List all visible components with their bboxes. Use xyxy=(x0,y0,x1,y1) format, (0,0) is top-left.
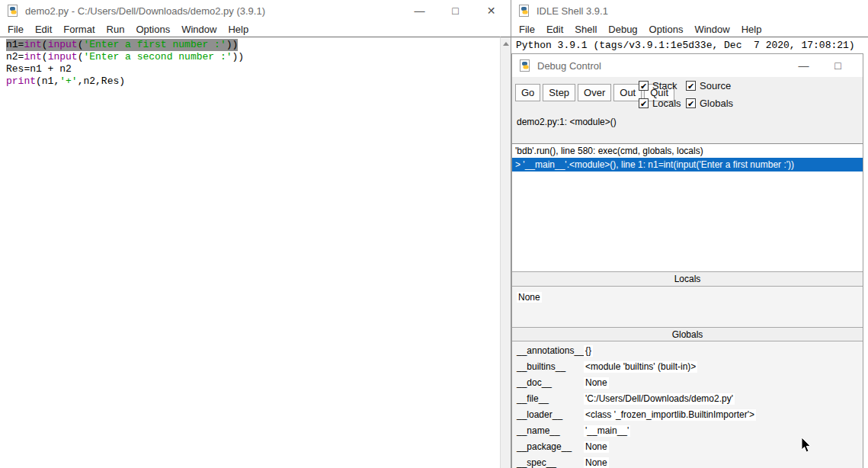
variable-row: __doc__None xyxy=(517,377,863,393)
locals-panel: None xyxy=(512,287,863,327)
menu-item-edit[interactable]: Edit xyxy=(546,24,563,35)
python-file-icon xyxy=(519,59,531,72)
shell-titlebar: IDLE Shell 3.9.1 xyxy=(511,0,868,21)
variable-name: __spec__ xyxy=(517,457,584,468)
menu-item-shell[interactable]: Shell xyxy=(575,24,597,35)
stack-frame[interactable]: 'bdb'.run(), line 580: exec(cmd, globals… xyxy=(512,144,863,158)
checkbox-globals[interactable]: ✔Globals xyxy=(686,98,744,109)
menu-item-debug[interactable]: Debug xyxy=(608,24,637,35)
editor-window-title: demo2.py - C:/Users/Dell/Downloads/demo2… xyxy=(25,5,265,17)
locals-header: Locals xyxy=(512,272,863,287)
python-file-icon xyxy=(518,5,530,17)
variable-value: None xyxy=(584,377,609,389)
menu-item-window[interactable]: Window xyxy=(694,24,729,35)
checkbox-locals[interactable]: ✔Locals xyxy=(639,98,686,109)
python-file-icon xyxy=(7,5,19,17)
variable-name: __name__ xyxy=(517,425,584,437)
variable-row: __file__'C:/Users/Dell/Downloads/demo2.p… xyxy=(517,393,863,409)
checkbox-box-icon[interactable]: ✔ xyxy=(686,98,696,108)
minimize-icon[interactable]: — xyxy=(786,59,821,72)
menu-item-file[interactable]: File xyxy=(8,24,24,35)
variable-row: __package__None xyxy=(517,441,863,457)
debug-window-title: Debug Control xyxy=(537,60,601,72)
menu-item-format[interactable]: Format xyxy=(63,24,94,35)
shell-window-title: IDLE Shell 3.9.1 xyxy=(536,5,608,17)
stack-viewer: 'bdb'.run(), line 580: exec(cmd, globals… xyxy=(512,143,863,272)
variable-name: __loader__ xyxy=(517,409,584,421)
go-button[interactable]: Go xyxy=(515,84,540,101)
globals-panel: __annotations__{}__builtins__<module 'bu… xyxy=(512,341,863,468)
code-line-text: print(n1,'+',n2,Res) xyxy=(6,75,125,88)
shell-menubar: FileEditShellDebugOptionsWindowHelp xyxy=(511,21,868,37)
editor-scrollbar[interactable] xyxy=(500,37,511,468)
variable-value: '__main__' xyxy=(584,425,630,437)
variable-name: __package__ xyxy=(517,441,584,453)
maximize-icon[interactable]: □ xyxy=(821,59,855,72)
variable-value: 'C:/Users/Dell/Downloads/demo2.py' xyxy=(584,393,735,405)
minimize-icon[interactable]: — xyxy=(402,5,437,17)
menu-item-file[interactable]: File xyxy=(519,24,535,35)
variable-name: __annotations__ xyxy=(517,345,584,357)
variable-row: __name__'__main__' xyxy=(517,425,863,441)
variable-name: __doc__ xyxy=(517,377,584,389)
debug-toolbar: GoStepOverOutQuit ✔Stack✔Source✔Locals✔G… xyxy=(512,77,863,114)
variable-value: None xyxy=(584,457,609,468)
scroll-up-icon[interactable] xyxy=(503,42,509,46)
variable-name: __builtins__ xyxy=(517,361,584,373)
checkbox-stack[interactable]: ✔Stack xyxy=(639,80,686,91)
debug-control-window: Debug Control — □ GoStepOverOutQuit ✔Sta… xyxy=(511,53,863,468)
code-line[interactable]: print(n1,'+',n2,Res) xyxy=(6,75,500,88)
menu-item-options[interactable]: Options xyxy=(649,24,684,35)
checkbox-box-icon[interactable]: ✔ xyxy=(686,81,696,91)
editor-titlebar: demo2.py - C:/Users/Dell/Downloads/demo2… xyxy=(0,0,511,21)
variable-value: <class '_frozen_importlib.BuiltinImporte… xyxy=(584,409,756,421)
checkbox-box-icon[interactable]: ✔ xyxy=(639,98,649,108)
editor-menubar: FileEditFormatRunOptionsWindowHelp xyxy=(0,21,511,37)
out-button[interactable]: Out xyxy=(613,84,642,101)
menu-item-window[interactable]: Window xyxy=(181,24,216,35)
debug-gap xyxy=(512,132,863,143)
desktop: demo2.py - C:/Users/Dell/Downloads/demo2… xyxy=(0,0,868,468)
variable-row: __spec__None xyxy=(517,457,863,468)
variable-row: __annotations__{} xyxy=(517,345,863,361)
checkbox-source[interactable]: ✔Source xyxy=(686,80,744,91)
debug-status: demo2.py:1: <module>() xyxy=(512,114,863,132)
globals-header: Globals xyxy=(512,327,863,341)
step-button[interactable]: Step xyxy=(543,84,575,101)
menu-item-edit[interactable]: Edit xyxy=(35,24,52,35)
menu-item-options[interactable]: Options xyxy=(136,24,170,35)
code-editor[interactable]: n1=int(input('Enter a first number :'))n… xyxy=(0,37,500,468)
code-line[interactable]: n2=int(input('Enter a second number :')) xyxy=(6,51,500,63)
variable-name: __file__ xyxy=(517,393,584,405)
menu-item-run[interactable]: Run xyxy=(107,24,125,35)
editor-window-controls: — □ ✕ xyxy=(402,0,509,21)
variable-value: {} xyxy=(584,345,593,357)
locals-value: None xyxy=(517,292,542,303)
shell-output: Python 3.9.1 (tags/v3.9.1:1e5d33e, Dec 7… xyxy=(511,37,868,54)
menu-item-help[interactable]: Help xyxy=(741,24,762,35)
code-line[interactable]: Res=n1 + n2 xyxy=(6,63,500,75)
editor-window: demo2.py - C:/Users/Dell/Downloads/demo2… xyxy=(0,0,511,468)
variable-row: __builtins__<module 'builtins' (built-in… xyxy=(517,361,863,377)
checkbox-box-icon[interactable]: ✔ xyxy=(639,81,649,91)
current-debug-line: n1=int(input('Enter a first number :')) xyxy=(6,39,238,51)
close-icon[interactable]: ✕ xyxy=(473,5,509,17)
code-line[interactable]: n1=int(input('Enter a first number :')) xyxy=(6,39,500,51)
code-line-text: Res=n1 + n2 xyxy=(6,63,72,75)
debug-titlebar: Debug Control — □ xyxy=(512,54,863,77)
maximize-icon[interactable]: □ xyxy=(437,5,473,17)
variable-row: __loader__<class '_frozen_importlib.Buil… xyxy=(517,409,863,425)
variable-value: <module 'builtins' (built-in)> xyxy=(584,361,697,373)
variable-value: None xyxy=(584,441,609,453)
stack-frame[interactable]: > '__main__'.<module>(), line 1: n1=int(… xyxy=(512,158,863,171)
over-button[interactable]: Over xyxy=(578,84,611,101)
code-line-text: n2=int(input('Enter a second number :')) xyxy=(6,51,244,63)
debug-window-controls: — □ xyxy=(786,54,855,77)
debug-checkboxes: ✔Stack✔Source✔Locals✔Globals xyxy=(639,80,744,109)
menu-item-help[interactable]: Help xyxy=(228,24,248,35)
